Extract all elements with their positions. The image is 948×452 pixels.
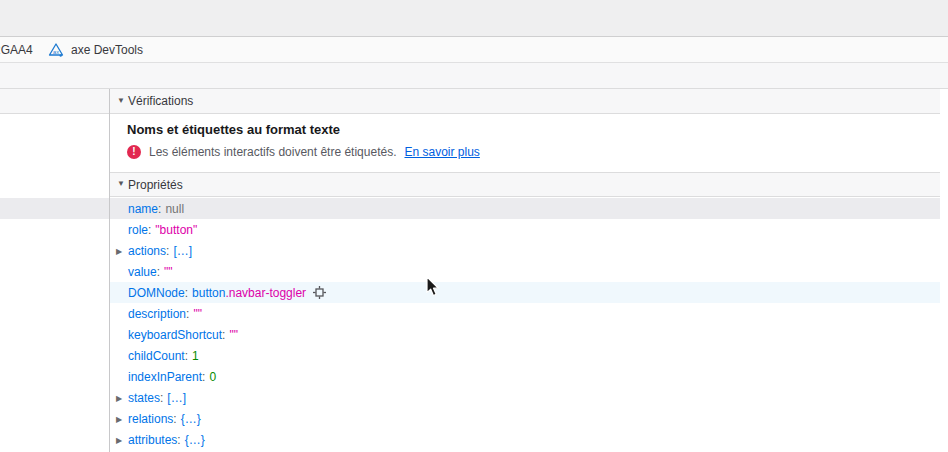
property-name: keyboardShortcut	[128, 328, 222, 342]
property-name: role	[128, 223, 148, 237]
property-row-actions[interactable]: ▶actions:[…]	[110, 240, 940, 261]
check-rule-title: Noms et étiquettes au format texte	[127, 122, 340, 137]
property-row-keyboardShortcut[interactable]: keyboardShortcut:""	[110, 324, 940, 345]
property-row-attributes[interactable]: ▶attributes:{…}	[110, 429, 940, 450]
accessibility-panel: ▼ Vérifications Noms et étiquettes au fo…	[0, 89, 948, 452]
checks-section-header[interactable]: ▼ Vérifications	[110, 89, 940, 114]
property-row-description[interactable]: description:""	[110, 303, 940, 324]
expand-arrow-icon[interactable]: ▶	[116, 246, 122, 255]
property-row-DOMNode[interactable]: DOMNode:button.navbar-toggler	[110, 282, 940, 303]
properties-list: name:nullrole:"button"▶actions:[…]value:…	[110, 198, 940, 450]
property-name: DOMNode	[128, 286, 185, 300]
properties-section-header[interactable]: ▼ Propriétés	[110, 172, 940, 197]
axe-logo-icon: ax	[48, 42, 64, 58]
property-row-states[interactable]: ▶states:[…]	[110, 387, 940, 408]
property-row-relations[interactable]: ▶relations:{…}	[110, 408, 940, 429]
tab-axe-devtools[interactable]: ax axe DevTools	[48, 37, 143, 62]
property-name: name	[128, 202, 158, 216]
tree-selected-row[interactable]	[0, 198, 109, 219]
error-icon: !	[127, 145, 141, 159]
checks-header-label: Vérifications	[128, 94, 193, 108]
property-row-role[interactable]: role:"button"	[110, 219, 940, 240]
property-value: 0	[209, 370, 216, 384]
property-row-value[interactable]: value:""	[110, 261, 940, 282]
accessibility-toolbar	[0, 63, 948, 89]
devtools-tab-bar: RGAA4 ax axe DevTools	[0, 37, 948, 63]
properties-header-label: Propriétés	[128, 178, 183, 192]
property-row-indexInParent[interactable]: indexInParent:0	[110, 366, 940, 387]
tree-panel-header	[0, 89, 109, 114]
expand-arrow-icon[interactable]: ▶	[116, 435, 122, 444]
property-value: {…}	[185, 433, 205, 447]
property-value: ""	[193, 307, 202, 321]
property-value: […]	[173, 244, 192, 258]
accessibility-tree-panel[interactable]	[0, 89, 109, 452]
chevron-down-icon: ▼	[115, 179, 127, 188]
property-value: […]	[167, 391, 186, 405]
tab-rgaa4-label: RGAA4	[0, 43, 33, 57]
property-name: attributes	[128, 433, 177, 447]
expand-arrow-icon[interactable]: ▶	[116, 414, 122, 423]
property-value: button.navbar-toggler	[192, 286, 306, 300]
property-value: ""	[164, 265, 173, 279]
property-name: value	[128, 265, 157, 279]
property-name: description	[128, 307, 186, 321]
tab-rgaa4[interactable]: RGAA4	[0, 37, 33, 62]
sidebar-panel: ▼ Vérifications Noms et étiquettes au fo…	[110, 89, 940, 452]
property-value: ""	[229, 328, 238, 342]
property-value: {…}	[181, 412, 201, 426]
property-row-name[interactable]: name:null	[110, 198, 940, 219]
property-value: null	[165, 202, 184, 216]
chevron-down-icon: ▼	[115, 96, 127, 105]
property-name: indexInParent	[128, 370, 202, 384]
expand-arrow-icon[interactable]: ▶	[116, 393, 122, 402]
check-error-row: ! Les éléments interactifs doivent être …	[127, 145, 480, 159]
scrollbar-gutter[interactable]	[940, 89, 948, 452]
tab-axe-devtools-label: axe DevTools	[71, 43, 143, 57]
property-value: "button"	[155, 223, 197, 237]
page-background-strip	[0, 0, 948, 37]
svg-text:ax: ax	[53, 48, 59, 54]
property-name: states	[128, 391, 160, 405]
property-name: childCount	[128, 349, 185, 363]
property-name: relations	[128, 412, 173, 426]
property-value: 1	[192, 349, 199, 363]
property-name: actions	[128, 244, 166, 258]
inspect-icon[interactable]	[313, 286, 326, 299]
property-row-childCount[interactable]: childCount:1	[110, 345, 940, 366]
learn-more-link[interactable]: En savoir plus	[404, 145, 479, 159]
check-error-message: Les éléments interactifs doivent être ét…	[149, 145, 396, 159]
